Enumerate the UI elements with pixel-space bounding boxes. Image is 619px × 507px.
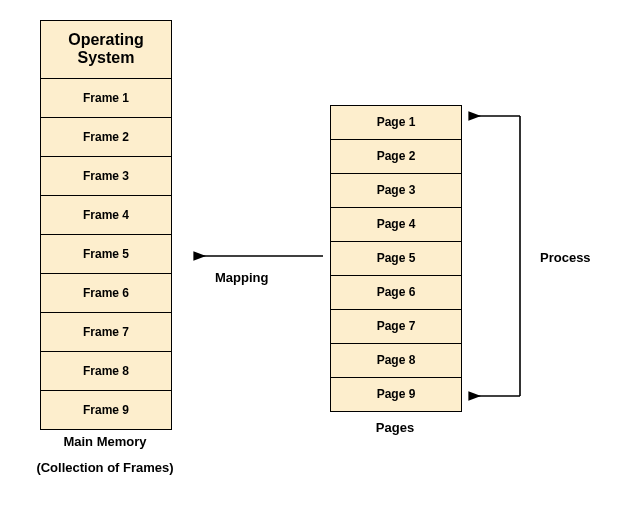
frame-cell: Frame 3 xyxy=(41,157,171,196)
process-bracket-icon xyxy=(470,108,530,404)
page-cell: Page 7 xyxy=(331,310,461,344)
main-memory-column: Operating System Frame 1 Frame 2 Frame 3… xyxy=(40,20,172,430)
mapping-label: Mapping xyxy=(215,270,268,285)
main-memory-label: Main Memory xyxy=(40,434,170,449)
frame-cell: Frame 2 xyxy=(41,118,171,157)
page-cell: Page 8 xyxy=(331,344,461,378)
frame-cell: Frame 1 xyxy=(41,79,171,118)
os-header: Operating System xyxy=(41,21,171,79)
mapping-arrow-icon xyxy=(195,246,325,266)
diagram-canvas: Operating System Frame 1 Frame 2 Frame 3… xyxy=(0,0,619,507)
frame-cell: Frame 5 xyxy=(41,235,171,274)
pages-label: Pages xyxy=(330,420,460,435)
page-cell: Page 3 xyxy=(331,174,461,208)
frame-cell: Frame 9 xyxy=(41,391,171,429)
frame-cell: Frame 7 xyxy=(41,313,171,352)
page-cell: Page 4 xyxy=(331,208,461,242)
page-cell: Page 1 xyxy=(331,106,461,140)
frame-cell: Frame 8 xyxy=(41,352,171,391)
pages-column: Page 1 Page 2 Page 3 Page 4 Page 5 Page … xyxy=(330,105,462,412)
page-cell: Page 6 xyxy=(331,276,461,310)
frame-cell: Frame 6 xyxy=(41,274,171,313)
page-cell: Page 2 xyxy=(331,140,461,174)
frame-cell: Frame 4 xyxy=(41,196,171,235)
collection-of-frames-label: (Collection of Frames) xyxy=(20,460,190,475)
page-cell: Page 5 xyxy=(331,242,461,276)
process-label: Process xyxy=(540,250,591,265)
page-cell: Page 9 xyxy=(331,378,461,411)
